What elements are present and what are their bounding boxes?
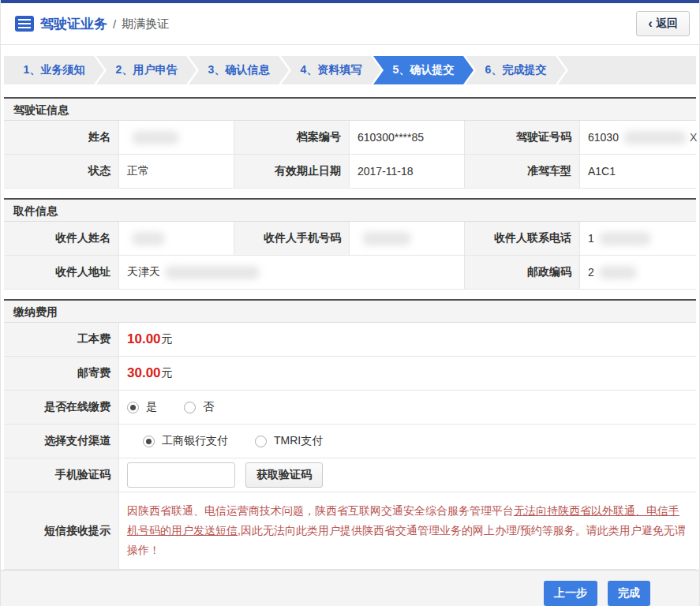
finish-button[interactable]: 完成 (608, 581, 650, 606)
field-label-vehicle-class: 准驾车型 (465, 155, 580, 188)
work-fee-unit: 元 (162, 332, 173, 346)
field-value-sms-notice: 因陕西省联通、电信运营商技术问题，陕西省互联网交通安全综合服务管理平台无法向持陕… (119, 492, 696, 569)
field-label-license-number: 驾驶证号码 (465, 121, 580, 154)
field-value-pay-channel: 工商银行支付 TMRI支付 (119, 425, 696, 458)
table-row: 收件人地址 天津天 邮政编码 2 (4, 256, 696, 290)
field-value-work-fee: 10.00 元 (119, 323, 696, 356)
table-row: 姓名 档案编号 610300****85 驾驶证号码 61030 X (4, 121, 696, 155)
field-label-file-number: 档案编号 (234, 121, 350, 154)
step-item-2[interactable]: 2、用户申告 (96, 56, 197, 84)
field-value-name (119, 121, 234, 154)
step-item-5-active[interactable]: 5、确认提交 (373, 56, 474, 84)
masked-value (599, 232, 651, 245)
field-value-sms-code: 获取验证码 (119, 458, 696, 492)
table-row: 是否在线缴费 是 否 (4, 391, 696, 425)
radio-checked-icon (127, 402, 139, 413)
radio-option-label: 是 (146, 400, 157, 414)
masked-value (623, 131, 687, 144)
field-value-recipient-address: 天津天 (119, 256, 465, 289)
field-value-vehicle-class: A1C1 (580, 155, 696, 188)
radio-option-yes[interactable]: 是 (127, 400, 157, 414)
step-item-6[interactable]: 6、完成提交 (466, 56, 566, 84)
get-code-button[interactable]: 获取验证码 (245, 462, 323, 488)
postage-fee-unit: 元 (162, 366, 173, 380)
page-header: 驾驶证业务 / 期满换证 ‹ 返回 (1, 3, 699, 45)
fees-section: 缴纳费用 工本费 10.00 元 邮寄费 30.00 元 是否在线缴费 是 (4, 299, 696, 570)
field-label-sms-notice: 短信接收提示 (4, 492, 119, 569)
breadcrumb-divider: / (113, 17, 116, 31)
table-row: 收件人姓名 收件人手机号码 收件人联系电话 1 (4, 222, 696, 256)
section-title-fees: 缴纳费用 (4, 301, 696, 323)
masked-value (599, 266, 637, 279)
field-value-status: 正常 (119, 155, 234, 188)
page-title: 驾驶证业务 (40, 15, 107, 33)
masked-value (132, 131, 179, 144)
radio-option-icbc-pay[interactable]: 工商银行支付 (143, 434, 228, 448)
field-label-online-pay: 是否在线缴费 (4, 391, 119, 424)
field-value-expiry-date: 2017-11-18 (350, 155, 465, 188)
step-item-4[interactable]: 4、资料填写 (281, 56, 381, 84)
radio-unchecked-icon (255, 436, 267, 447)
radio-option-no[interactable]: 否 (184, 400, 214, 414)
radio-option-label: 否 (203, 400, 214, 414)
masked-value (165, 266, 260, 279)
step-nav-filler (558, 56, 696, 84)
field-value-license-number: 61030 X (580, 121, 700, 154)
field-value-file-number: 610300****85 (350, 121, 465, 154)
field-value-recipient-phone: 1 (580, 222, 696, 255)
field-label-recipient-mobile: 收件人手机号码 (234, 222, 350, 255)
field-label-status: 状态 (4, 155, 119, 188)
field-label-name: 姓名 (4, 121, 119, 154)
pickup-info-section: 取件信息 收件人姓名 收件人手机号码 收件人联系电话 1 收件人地址 天津天 邮… (4, 198, 696, 290)
radio-option-tmri-pay[interactable]: TMRI支付 (255, 434, 323, 448)
step-nav: 1、业务须知 2、用户申告 3、确认信息 4、资料填写 5、确认提交 6、完成提… (4, 56, 696, 84)
radio-option-label: TMRI支付 (274, 434, 323, 448)
table-row: 短信接收提示 因陕西省联通、电信运营商技术问题，陕西省互联网交通安全综合服务管理… (4, 492, 696, 570)
table-row: 手机验证码 获取验证码 (4, 458, 696, 492)
step-item-3[interactable]: 3、确认信息 (189, 56, 289, 84)
chevron-left-icon: ‹ (648, 19, 653, 28)
field-label-recipient-address: 收件人地址 (4, 256, 119, 289)
field-value-postal-code: 2 (580, 256, 696, 289)
field-value-online-pay: 是 否 (119, 391, 696, 424)
field-label-expiry-date: 有效期止日期 (234, 155, 350, 188)
back-button-label: 返回 (656, 17, 678, 31)
field-value-recipient-name (119, 222, 234, 255)
field-label-pay-channel: 选择支付渠道 (4, 425, 119, 458)
field-value-recipient-mobile (350, 222, 465, 255)
field-label-recipient-name: 收件人姓名 (4, 222, 119, 255)
form-list-icon (15, 16, 34, 32)
field-label-postage-fee: 邮寄费 (4, 357, 119, 390)
footer-action-bar: 上一步 完成 (1, 570, 699, 606)
work-fee-amount: 10.00 (127, 331, 161, 347)
field-value-postage-fee: 30.00 元 (119, 357, 696, 390)
postage-fee-amount: 30.00 (127, 365, 161, 381)
table-row: 选择支付渠道 工商银行支付 TMRI支付 (4, 425, 696, 458)
masked-value (362, 232, 411, 245)
table-row: 邮寄费 30.00 元 (4, 357, 696, 391)
section-title-license: 驾驶证信息 (4, 99, 696, 121)
sms-notice-text: 因陕西省联通、电信运营商技术问题，陕西省互联网交通安全综合服务管理平台无法向持陕… (127, 501, 688, 560)
field-label-recipient-phone: 收件人联系电话 (465, 222, 580, 255)
table-row: 工本费 10.00 元 (4, 323, 696, 357)
radio-option-label: 工商银行支付 (162, 434, 228, 448)
sms-code-input[interactable] (127, 462, 235, 488)
license-info-section: 驾驶证信息 姓名 档案编号 610300****85 驾驶证号码 61030 X… (4, 97, 696, 189)
field-label-postal-code: 邮政编码 (465, 256, 580, 289)
table-row: 状态 正常 有效期止日期 2017-11-18 准驾车型 A1C1 (4, 155, 696, 189)
radio-unchecked-icon (184, 402, 196, 413)
section-title-pickup: 取件信息 (4, 200, 696, 222)
masked-value (132, 232, 165, 245)
field-label-sms-code: 手机验证码 (4, 458, 119, 492)
field-label-work-fee: 工本费 (4, 323, 119, 356)
radio-checked-icon (143, 436, 155, 447)
page-subtitle: 期满换证 (122, 17, 169, 32)
back-button[interactable]: ‹ 返回 (636, 11, 690, 36)
step-item-1[interactable]: 1、业务须知 (4, 56, 104, 84)
previous-step-button[interactable]: 上一步 (544, 581, 597, 606)
